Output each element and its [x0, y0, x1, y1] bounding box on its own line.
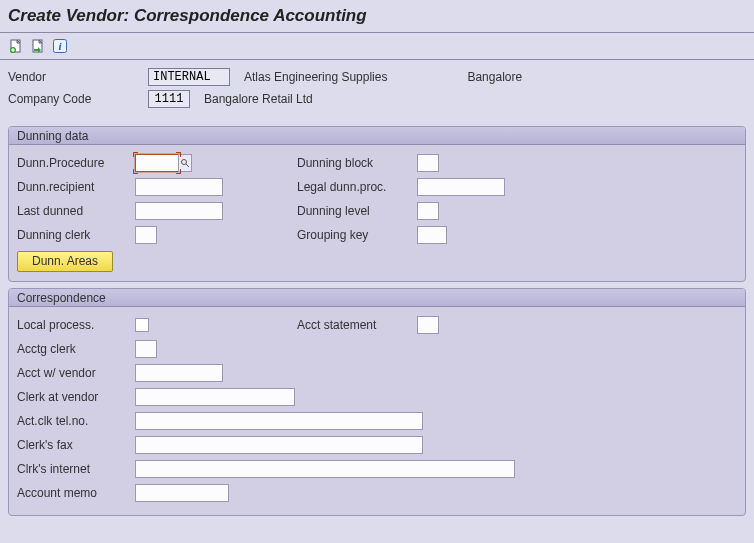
- doc-forward-icon[interactable]: [30, 38, 46, 54]
- clrks-internet-label: Clrk's internet: [17, 462, 135, 476]
- svg-point-5: [182, 160, 187, 165]
- acct-statement-input[interactable]: [417, 316, 439, 334]
- acct-statement-label: Acct statement: [297, 318, 417, 332]
- dunning-block-label: Dunning block: [297, 156, 417, 170]
- clrks-internet-input[interactable]: [135, 460, 515, 478]
- acctg-clerk-input[interactable]: [135, 340, 157, 358]
- local-process-checkbox[interactable]: [135, 318, 149, 332]
- dunning-level-input[interactable]: [417, 202, 439, 220]
- act-clk-tel-label: Act.clk tel.no.: [17, 414, 135, 428]
- page-title: Create Vendor: Correspondence Accounting: [0, 0, 754, 32]
- dunn-recipient-input[interactable]: [135, 178, 223, 196]
- last-dunned-label: Last dunned: [17, 204, 135, 218]
- header-info: Vendor INTERNAL Atlas Engineering Suppli…: [0, 60, 754, 120]
- company-name: Bangalore Retail Ltd: [204, 92, 313, 106]
- dunn-procedure-input[interactable]: [135, 154, 179, 172]
- vendor-code-display: INTERNAL: [148, 68, 230, 86]
- clerks-fax-input[interactable]: [135, 436, 423, 454]
- grouping-key-input[interactable]: [417, 226, 447, 244]
- svg-line-6: [186, 164, 189, 167]
- dunning-level-label: Dunning level: [297, 204, 417, 218]
- dunn-procedure-label: Dunn.Procedure: [17, 156, 135, 170]
- legal-dunn-proc-input[interactable]: [417, 178, 505, 196]
- clerk-at-vendor-label: Clerk at vendor: [17, 390, 135, 404]
- clerk-at-vendor-input[interactable]: [135, 388, 295, 406]
- company-code-label: Company Code: [8, 92, 148, 106]
- dunning-clerk-input[interactable]: [135, 226, 157, 244]
- grouping-key-label: Grouping key: [297, 228, 417, 242]
- dunn-areas-button[interactable]: Dunn. Areas: [17, 251, 113, 272]
- local-process-label: Local process.: [17, 318, 135, 332]
- dunning-panel: Dunning data Dunn.Procedure Dunning bloc…: [8, 126, 746, 282]
- legal-dunn-proc-label: Legal dunn.proc.: [297, 180, 417, 194]
- doc-new-icon[interactable]: [8, 38, 24, 54]
- vendor-city: Bangalore: [467, 70, 522, 84]
- acctg-clerk-label: Acctg clerk: [17, 342, 135, 356]
- vendor-label: Vendor: [8, 70, 148, 84]
- toolbar: i: [0, 33, 754, 59]
- clerks-fax-label: Clerk's fax: [17, 438, 135, 452]
- acct-w-vendor-label: Acct w/ vendor: [17, 366, 135, 380]
- last-dunned-input[interactable]: [135, 202, 223, 220]
- correspondence-panel: Correspondence Local process. Acct state…: [8, 288, 746, 516]
- account-memo-input[interactable]: [135, 484, 229, 502]
- dunning-panel-title: Dunning data: [9, 127, 745, 145]
- vendor-name: Atlas Engineering Supplies: [244, 70, 387, 84]
- info-icon[interactable]: i: [52, 38, 68, 54]
- dunning-block-input[interactable]: [417, 154, 439, 172]
- dunning-clerk-label: Dunning clerk: [17, 228, 135, 242]
- act-clk-tel-input[interactable]: [135, 412, 423, 430]
- acct-w-vendor-input[interactable]: [135, 364, 223, 382]
- company-code-display: 1111: [148, 90, 190, 108]
- correspondence-panel-title: Correspondence: [9, 289, 745, 307]
- dunn-recipient-label: Dunn.recipient: [17, 180, 135, 194]
- account-memo-label: Account memo: [17, 486, 135, 500]
